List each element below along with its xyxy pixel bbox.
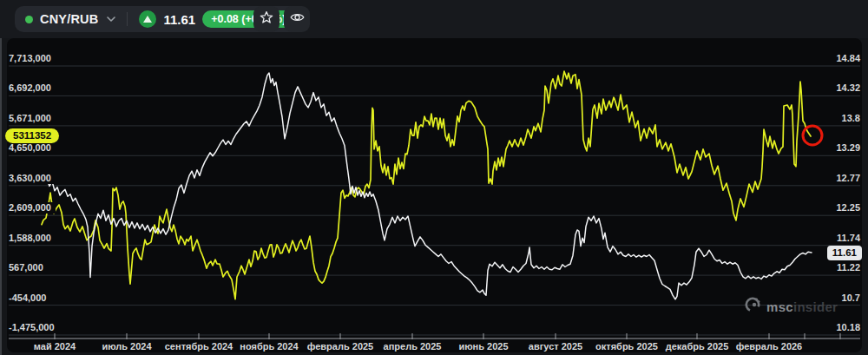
instrument-status-dot [25,16,33,23]
watch-button[interactable] [284,6,310,32]
x-axis-label: август 2025 [529,341,582,352]
y-axis-label-left: 7,713,000 [9,53,56,64]
eye-icon [290,10,305,28]
watermark-text: mscinsider [766,299,838,314]
x-axis-label: июнь 2025 [458,341,508,352]
y-axis-label-right: 12.25 [832,202,860,214]
x-axis-label: ноябрь 2024 [240,341,298,352]
chart-panel[interactable] [7,38,862,352]
x-axis-label: апрель 2025 [384,341,442,352]
mscinsider-logo-icon [744,296,761,317]
y-axis-label-right: 14.32 [832,82,860,94]
price-current-value-badge: 11.61 [827,246,862,260]
symbol-label: CNY/RUB [40,12,98,26]
y-axis-label-left: 3,630,000 [9,173,56,184]
y-axis-label-right: 11.22 [832,262,860,273]
x-axis-label: октябрь 2025 [595,341,658,352]
y-axis-label-left: -1,475,000 [9,322,59,333]
y-axis-label-left: 6,692,000 [9,82,56,94]
x-axis-label: февраль 2025 [307,341,373,352]
window-edge [0,0,2,355]
x-axis-label: май 2024 [34,341,76,352]
last-price: 11.61 [163,12,195,27]
y-axis-label-left: 2,609,000 [9,202,56,214]
y-axis-label-right: 10.18 [832,322,860,333]
star-icon [260,10,273,28]
y-axis-label-left: 5,671,000 [9,113,56,124]
y-axis-label-right: 14.84 [832,53,860,64]
watermark: mscinsider [744,296,838,317]
favorite-button[interactable] [253,6,279,32]
y-axis-label-left: 1,588,000 [9,233,56,244]
y-axis-label-right: 12.77 [832,173,860,184]
price-up-icon [139,10,156,28]
divider [127,12,128,26]
x-axis-label: июль 2024 [102,341,151,352]
y-axis-label-right: 13.29 [832,142,860,154]
y-axis-label-right: 13.8 [838,113,860,124]
x-axis-label: сентябрь 2024 [165,341,233,352]
price-change-badge: +0.08 (+0.65%) [202,10,294,28]
y-axis-label-left: 4,650,000 [9,142,56,154]
indicator-current-value-badge: 5311352 [5,128,59,143]
x-axis-label: декабрь 2025 [666,341,729,352]
x-axis-label: февраль 2026 [736,341,802,352]
y-axis-label-right: 10.7 [838,293,860,304]
y-axis-label-left: 567,000 [9,262,48,273]
topbar: CNY/RUB 11.61 +0.08 (+0.65%) [0,0,868,38]
y-axis-label-left: -454,000 [9,293,50,304]
chevron-down-icon[interactable] [107,16,115,23]
y-axis-label-right: 11.74 [832,233,860,244]
